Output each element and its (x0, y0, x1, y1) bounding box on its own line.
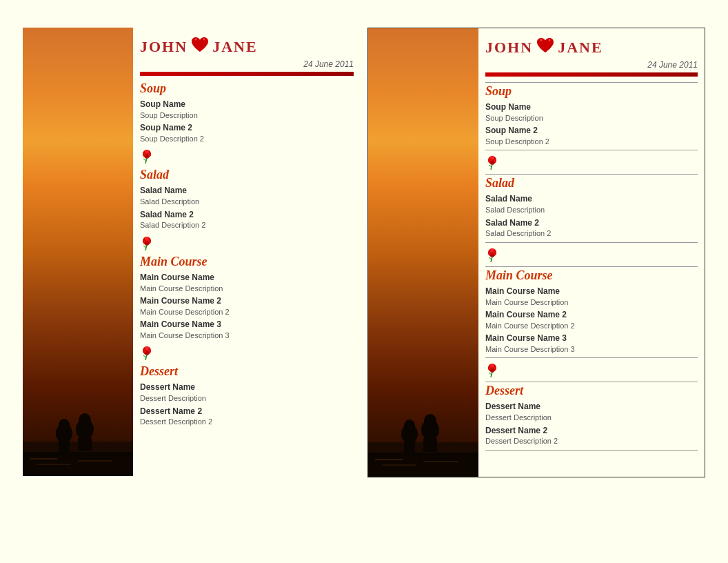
left-salad-section: Salad Salad Name Salad Description Salad… (140, 168, 354, 230)
right-main-item3-desc: Main Course Description 3 (485, 344, 698, 355)
right-header-title: JOHN JANE (485, 37, 698, 59)
left-dessert-item2-name: Dessert Name 2 (140, 406, 354, 417)
right-salad-item2-name: Salad Name 2 (485, 217, 698, 229)
left-dessert-item1-name: Dessert Name (140, 382, 354, 393)
left-salad-title: Salad (140, 168, 354, 182)
svg-point-7 (79, 413, 91, 427)
right-heart-icon (536, 37, 555, 59)
svg-line-55 (489, 165, 492, 167)
svg-point-47 (540, 39, 543, 41)
left-salad-item2-desc: Salad Description 2 (140, 220, 354, 230)
right-photo-panel (368, 28, 478, 477)
left-salad-item1-desc: Salad Description (140, 197, 354, 207)
left-main-section: Main Course Main Course Name Main Course… (140, 255, 354, 342)
left-header-title: JOHN JANE (140, 36, 354, 58)
right-soup-section: Soup Soup Name Soup Description Soup Nam… (485, 82, 698, 150)
left-salad-item2-name: Salad Name 2 (140, 209, 354, 221)
right-main-item2-desc: Main Course Description 2 (485, 321, 698, 331)
right-main-title: Main Course (485, 268, 698, 283)
right-main-item1-desc: Main Course Description (485, 297, 698, 308)
left-dessert-item2-desc: Dessert Description 2 (140, 417, 354, 427)
silhouette-svg (23, 352, 133, 476)
right-main-section: Main Course Main Course Name Main Course… (485, 266, 698, 359)
page-wrapper: JOHN JANE 24 June 2011 Soup Soup Name (23, 28, 705, 477)
left-menu-card: JOHN JANE 24 June 2011 Soup Soup Name (23, 28, 361, 476)
right-main-item3-name: Main Course Name 3 (485, 333, 698, 344)
right-dessert-item1-desc: Dessert Description (485, 413, 698, 423)
svg-rect-38 (404, 441, 415, 455)
right-main-item2-name: Main Course Name 2 (485, 309, 698, 321)
svg-line-27 (143, 246, 146, 248)
right-name-john: JOHN (485, 39, 533, 57)
left-main-item3-desc: Main Course Description 3 (140, 330, 354, 341)
svg-rect-6 (78, 437, 92, 451)
left-salad-item1-name: Salad Name (140, 185, 354, 197)
left-main-item3-name: Main Course Name 3 (140, 319, 354, 330)
left-name-jane: JANE (212, 38, 257, 56)
right-dessert-item2-name: Dessert Name 2 (485, 425, 698, 437)
left-main-item1-desc: Main Course Description (140, 284, 354, 294)
left-heart-icon (190, 36, 210, 58)
left-dessert-item1-desc: Dessert Description (140, 393, 354, 404)
svg-line-62 (489, 257, 492, 259)
left-rose-divider-2 (140, 235, 354, 250)
right-salad-item1-desc: Salad Description (485, 205, 698, 215)
right-date: 24 June 2011 (485, 60, 698, 70)
right-main-item1-name: Main Course Name (485, 286, 698, 297)
left-soup-title: Soup (140, 81, 354, 96)
left-soup-item2-name: Soup Name 2 (140, 122, 354, 134)
right-salad-title: Salad (485, 176, 698, 190)
svg-rect-41 (423, 438, 437, 452)
right-menu-card: JOHN JANE 24 June 2011 Soup Soup Name So… (367, 28, 705, 477)
left-dessert-section: Dessert Dessert Name Dessert Description… (140, 364, 354, 427)
svg-line-34 (143, 355, 146, 357)
left-soup-item2-desc: Soup Description 2 (140, 134, 354, 144)
left-content-panel: JOHN JANE 24 June 2011 Soup Soup Name (133, 28, 361, 476)
right-content-panel: JOHN JANE 24 June 2011 Soup Soup Name So… (478, 28, 705, 477)
svg-point-48 (549, 39, 551, 41)
svg-line-69 (489, 373, 492, 375)
left-soup-section: Soup Soup Name Soup Description Soup Nam… (140, 81, 354, 144)
right-rose-divider-1 (485, 155, 698, 170)
right-name-jane: JANE (558, 39, 603, 57)
right-dessert-item2-desc: Dessert Description 2 (485, 436, 698, 446)
left-date: 24 June 2011 (140, 59, 354, 69)
left-photo-panel (23, 28, 133, 476)
right-dessert-item1-name: Dessert Name (485, 401, 698, 413)
left-dessert-title: Dessert (140, 364, 354, 379)
right-soup-item2-desc: Soup Description 2 (485, 137, 698, 147)
right-salad-item1-name: Salad Name (485, 193, 698, 205)
left-main-item1-name: Main Course Name (140, 272, 354, 284)
right-dessert-section: Dessert Dessert Name Dessert Description… (485, 382, 698, 450)
left-main-item2-name: Main Course Name 2 (140, 295, 354, 307)
left-name-john: JOHN (140, 38, 188, 56)
svg-point-42 (424, 414, 436, 428)
right-salad-section: Salad Salad Name Salad Description Salad… (485, 174, 698, 242)
left-rose-divider-1 (140, 148, 354, 164)
right-soup-item1-desc: Soup Description (485, 113, 698, 124)
left-rose-divider-3 (140, 345, 354, 360)
left-soup-item1-name: Soup Name (140, 99, 354, 110)
left-main-title: Main Course (140, 255, 354, 269)
svg-point-39 (404, 419, 415, 432)
right-soup-item2-name: Soup Name 2 (485, 125, 698, 137)
right-rose-divider-2 (485, 247, 698, 262)
svg-point-4 (59, 419, 70, 431)
left-soup-item1-desc: Soup Description (140, 110, 354, 121)
right-salad-item2-desc: Salad Description 2 (485, 228, 698, 239)
svg-line-20 (143, 159, 146, 161)
left-red-divider (140, 72, 354, 76)
svg-point-13 (203, 39, 205, 41)
right-rose-divider-3 (485, 362, 698, 377)
right-soup-item1-name: Soup Name (485, 101, 698, 113)
right-silhouette-svg (368, 353, 478, 477)
right-dessert-title: Dessert (485, 384, 698, 398)
right-soup-title: Soup (485, 84, 698, 99)
left-main-item2-desc: Main Course Description 2 (140, 307, 354, 317)
right-red-divider (485, 72, 698, 77)
svg-point-12 (195, 39, 197, 41)
svg-rect-3 (59, 440, 70, 454)
